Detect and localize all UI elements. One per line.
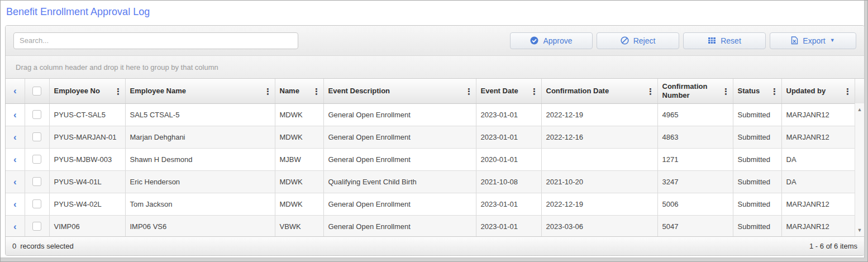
table-row[interactable]: ‹PYUS-CT-SAL5SAL5 CTSAL-5MDWKGeneral Ope… (6, 103, 864, 126)
cell-employee_name: IMP06 VS6 (125, 215, 275, 236)
cell-name: MJBW (275, 148, 323, 170)
table-row[interactable]: ‹PYUS-W4-02LTom JacksonMDWKGeneral Open … (6, 193, 864, 215)
approve-button[interactable]: Approve (510, 32, 593, 49)
column-menu-icon[interactable]: ⋮ (264, 87, 273, 95)
table-row[interactable]: ‹PYUS-W4-01LEric HendersonMDWKQualifying… (6, 170, 864, 193)
column-menu-icon[interactable]: ⋮ (770, 87, 779, 95)
cell-event_description: General Open Enrollment (323, 126, 476, 148)
table-body: ‹PYUS-CT-SAL5SAL5 CTSAL-5MDWKGeneral Ope… (6, 103, 864, 236)
cell-updated_by: MARJANR12 (781, 215, 855, 236)
cell-employee_no: PYUS-MARJAN-01 (49, 126, 125, 148)
cell-confirmation_number: 4863 (657, 126, 733, 148)
cell-employee_name: SAL5 CTSAL-5 (125, 103, 275, 126)
reset-button[interactable]: Reset (683, 32, 766, 49)
cell-employee_name: Eric Henderson (125, 170, 275, 193)
column-menu-icon[interactable]: ⋮ (465, 87, 474, 95)
row-expander-cell: ‹ (6, 170, 25, 193)
scrollbar-header-spacer (855, 79, 864, 103)
column-header-label: Employee No (54, 87, 100, 96)
table-grid-icon (708, 37, 716, 44)
row-checkbox[interactable] (32, 155, 41, 164)
cell-event_description: General Open Enrollment (323, 103, 476, 126)
cell-event_date: 2020-01-01 (476, 148, 541, 170)
column-menu-icon[interactable]: ⋮ (722, 87, 731, 95)
column-header-label: Updated by (786, 87, 826, 96)
cell-employee_name: Shawn H Desmond (125, 148, 275, 170)
row-expander-icon[interactable]: ‹ (13, 132, 17, 142)
cell-confirmation_number: 5047 (657, 215, 733, 236)
column-menu-icon[interactable]: ⋮ (530, 87, 539, 95)
cell-employee_name: Marjan Dehghani (125, 126, 275, 148)
column-header-confirmation_date[interactable]: Confirmation Date⋮ (541, 79, 657, 103)
grid-toolbar: Approve Reject (6, 26, 864, 56)
vertical-scrollbar[interactable]: ▲ ▼ (855, 103, 864, 236)
column-menu-icon[interactable]: ⋮ (312, 87, 321, 95)
row-select-cell (25, 126, 49, 148)
row-select-cell (25, 215, 49, 236)
cell-event_description: General Open Enrollment (323, 215, 476, 236)
table-row[interactable]: ‹VIMP06IMP06 VS6VBWKGeneral Open Enrollm… (6, 215, 864, 236)
cell-name: MDWK (275, 103, 323, 126)
row-checkbox[interactable] (32, 110, 41, 119)
row-checkbox[interactable] (32, 199, 41, 208)
page-container: Benefit Enrollment Approval Log Approve (1, 1, 865, 258)
row-expander-icon[interactable]: ‹ (13, 222, 17, 231)
cell-status: Submitted (733, 193, 781, 215)
row-select-cell (25, 170, 49, 193)
reject-button[interactable]: Reject (597, 32, 679, 49)
chevron-down-icon: ▼ (830, 38, 835, 43)
cell-confirmation_date: 2022-12-16 (541, 126, 657, 148)
cell-confirmation_number: 3247 (657, 170, 733, 193)
scroll-down-icon[interactable]: ▼ (855, 225, 864, 235)
cell-employee_no: PYUS-CT-SAL5 (49, 103, 125, 126)
column-menu-icon[interactable]: ⋮ (843, 87, 852, 95)
cell-event_date: 2023-01-01 (476, 193, 541, 215)
column-header-label: Confirmation Date (546, 87, 609, 96)
group-drop-zone[interactable]: Drag a column header and drop it here to… (6, 56, 864, 79)
items-range: 1 - 6 of 6 items (809, 242, 857, 250)
row-expander-icon[interactable]: ‹ (13, 177, 17, 187)
column-header-updated_by[interactable]: Updated by⋮ (781, 79, 855, 103)
cell-event_description: General Open Enrollment (323, 193, 476, 215)
selected-label: records selected (20, 242, 73, 250)
scroll-up-icon[interactable]: ▲ (855, 104, 864, 115)
column-header-label: Event Date (481, 87, 518, 96)
column-header-name[interactable]: Name⋮ (275, 79, 323, 103)
row-expander-cell: ‹ (6, 148, 25, 170)
cell-event_date: 2023-01-01 (476, 126, 541, 148)
cell-event_date: 2023-01-01 (476, 215, 541, 236)
collapse-all-icon[interactable]: ‹ (13, 86, 17, 96)
column-header-employee_name[interactable]: Employee Name⋮ (125, 79, 275, 103)
cell-status: Submitted (733, 148, 781, 170)
toolbar-buttons: Approve Reject (510, 32, 856, 49)
cell-employee_no: PYUS-W4-02L (49, 193, 125, 215)
column-header-status[interactable]: Status⋮ (733, 79, 781, 103)
column-menu-icon[interactable]: ⋮ (646, 87, 655, 95)
column-header-event_description[interactable]: Event Description⋮ (323, 79, 476, 103)
column-menu-icon[interactable]: ⋮ (114, 87, 123, 95)
search-input[interactable] (13, 32, 298, 49)
row-expander-icon[interactable]: ‹ (13, 199, 17, 209)
column-header-label: Name (280, 87, 299, 96)
row-checkbox[interactable] (32, 222, 41, 231)
table-row[interactable]: ‹PYUS-MJBW-003Shawn H DesmondMJBWGeneral… (6, 148, 864, 170)
cell-event_description: General Open Enrollment (323, 148, 476, 170)
column-header-event_date[interactable]: Event Date⋮ (476, 79, 541, 103)
row-expander-icon[interactable]: ‹ (13, 155, 17, 164)
row-select-cell (25, 193, 49, 215)
column-header-employee_no[interactable]: Employee No⋮ (49, 79, 125, 103)
row-expander-icon[interactable]: ‹ (13, 110, 17, 120)
cell-confirmation_date: 2021-10-20 (541, 170, 657, 193)
row-expander-cell: ‹ (6, 215, 25, 236)
row-checkbox[interactable] (32, 177, 41, 186)
export-button[interactable]: Export ▼ (770, 32, 856, 49)
row-expander-cell: ‹ (6, 103, 25, 126)
table-row[interactable]: ‹PYUS-MARJAN-01Marjan DehghaniMDWKGenera… (6, 126, 864, 148)
row-checkbox[interactable] (32, 132, 41, 141)
select-all-checkbox[interactable] (32, 87, 41, 96)
cell-name: MDWK (275, 193, 323, 215)
column-header-label: Event Description (328, 87, 390, 96)
cell-name: MDWK (275, 170, 323, 193)
column-header-confirmation_number[interactable]: Confirmation Number⋮ (657, 79, 733, 103)
selected-count: 0 (12, 242, 16, 250)
